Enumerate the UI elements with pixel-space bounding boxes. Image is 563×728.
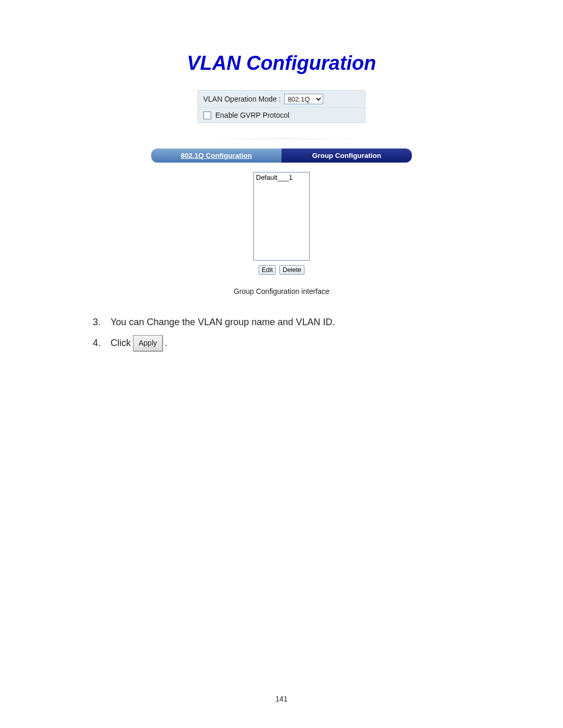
instruction-list: 3. You can Change the VLAN group name an… (73, 313, 490, 352)
mode-select[interactable]: 802.1Q (284, 94, 323, 104)
page-number: 141 (0, 695, 563, 703)
list-item[interactable]: Default___1 (256, 174, 307, 181)
gvrp-checkbox[interactable] (203, 112, 211, 119)
mode-row: VLAN Operation Mode : 802.1Q (198, 91, 365, 107)
apply-button[interactable]: Apply (133, 335, 163, 351)
step-4-text-post: . (165, 334, 167, 352)
step-4: 4. Click Apply . (93, 334, 490, 352)
mode-label: VLAN Operation Mode : (203, 95, 281, 103)
step-4-text-pre: Click (111, 334, 131, 352)
step-3: 3. You can Change the VLAN group name an… (93, 313, 490, 331)
tab-label-right: Group Configuration (312, 152, 382, 159)
tab-group-configuration[interactable]: Group Configuration (282, 149, 412, 163)
step-3-text: You can Change the VLAN group name and V… (111, 313, 335, 331)
delete-button[interactable]: Delete (279, 265, 304, 275)
tab-8021q-configuration[interactable]: 802.1Q Configuration (151, 149, 282, 163)
page-title: VLAN Configuration (73, 52, 490, 75)
tab-label-left: 802.1Q Configuration (181, 152, 252, 159)
divider (198, 139, 365, 139)
tab-bar: 802.1Q Configuration Group Configuration (151, 149, 412, 163)
step-4-number: 4. (93, 334, 111, 352)
options-panel: VLAN Operation Mode : 802.1Q Enable GVRP… (198, 90, 365, 123)
edit-button[interactable]: Edit (259, 265, 276, 275)
gvrp-label: Enable GVRP Protocol (215, 111, 289, 119)
list-button-row: Edit Delete (73, 265, 490, 275)
step-3-number: 3. (93, 313, 111, 331)
gvrp-row: Enable GVRP Protocol (198, 107, 365, 122)
figure-caption: Group Configuration interface (73, 287, 490, 295)
group-listbox[interactable]: Default___1 (253, 172, 310, 261)
